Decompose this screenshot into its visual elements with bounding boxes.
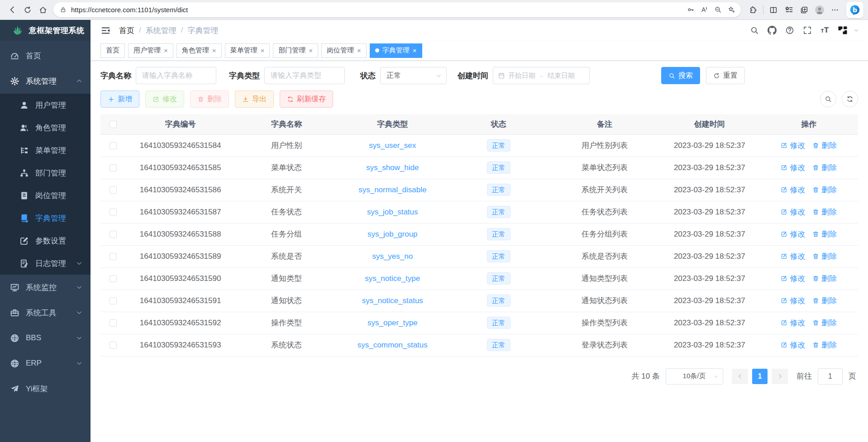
row-delete-link[interactable]: 删除	[812, 185, 837, 195]
edit-button[interactable]: 修改	[145, 90, 184, 108]
sidebar-item-user[interactable]: 用户管理	[0, 94, 91, 116]
search-icon[interactable]	[748, 24, 761, 37]
add-favorite-icon[interactable]	[725, 3, 738, 17]
toggle-search-icon[interactable]	[820, 91, 836, 107]
row-delete-link[interactable]: 删除	[812, 340, 837, 350]
dict-type-link[interactable]: sys_job_group	[367, 230, 418, 238]
row-edit-link[interactable]: 修改	[781, 295, 805, 306]
lock-icon[interactable]	[60, 6, 67, 13]
yi-logo-avatar[interactable]	[836, 24, 849, 37]
tab-首页[interactable]: 首页	[100, 43, 125, 58]
dict-type-link[interactable]: sys_common_status	[358, 341, 428, 349]
page-size-select[interactable]: 10条/页	[666, 368, 723, 385]
help-icon[interactable]	[783, 24, 796, 37]
github-icon[interactable]	[765, 24, 779, 37]
refresh-cache-button[interactable]: 刷新缓存	[280, 90, 333, 108]
dict-type-link[interactable]: sys_normal_disable	[358, 185, 426, 194]
row-delete-link[interactable]: 删除	[812, 295, 837, 306]
dict-type-input[interactable]	[264, 67, 345, 84]
sidebar-item-globe[interactable]: ERP	[0, 351, 91, 376]
dict-type-link[interactable]: sys_user_sex	[369, 141, 416, 150]
export-button[interactable]: 导出	[235, 90, 274, 108]
row-checkbox[interactable]	[110, 209, 117, 216]
row-delete-link[interactable]: 删除	[812, 318, 837, 328]
refresh-table-icon[interactable]	[842, 91, 858, 107]
page-number-current[interactable]: 1	[752, 369, 768, 384]
bing-chat-icon[interactable]: b	[846, 2, 863, 18]
sidebar-item-dashboard[interactable]: 首页	[0, 43, 91, 68]
row-checkbox[interactable]	[110, 142, 117, 149]
tab-close-icon[interactable]: ×	[357, 47, 361, 54]
split-screen-icon[interactable]	[766, 2, 781, 18]
sidebar-item-edit[interactable]: 参数设置	[0, 229, 91, 252]
profile-avatar-icon[interactable]	[812, 2, 827, 18]
read-aloud-icon[interactable]	[697, 3, 711, 17]
row-delete-link[interactable]: 删除	[812, 229, 837, 239]
dict-type-link[interactable]: sys_notice_status	[362, 296, 423, 305]
row-checkbox[interactable]	[110, 275, 117, 282]
breadcrumb-home[interactable]: 首页	[119, 25, 134, 36]
fullscreen-icon[interactable]	[801, 24, 814, 37]
tab-岗位管理[interactable]: 岗位管理×	[321, 43, 367, 58]
more-icon[interactable]	[827, 2, 843, 18]
add-button[interactable]: 新增	[100, 90, 139, 108]
dict-type-link[interactable]: sys_oper_type	[367, 318, 418, 327]
sidebar-item-monitor[interactable]: 系统监控	[0, 275, 91, 300]
tab-字典管理[interactable]: 字典管理×	[370, 43, 422, 58]
sidebar-item-org-tree[interactable]: 部门管理	[0, 162, 91, 184]
prev-page-icon[interactable]	[732, 369, 748, 384]
home-icon[interactable]	[35, 2, 51, 18]
column-header[interactable]: 创建时间	[659, 114, 759, 134]
row-delete-link[interactable]: 删除	[812, 273, 837, 284]
column-header[interactable]: 状态	[448, 114, 550, 134]
tab-close-icon[interactable]: ×	[309, 47, 313, 54]
row-edit-link[interactable]: 修改	[781, 229, 805, 239]
row-edit-link[interactable]: 修改	[781, 162, 805, 173]
caret-down-icon[interactable]	[854, 28, 859, 33]
back-icon[interactable]	[5, 2, 20, 18]
row-edit-link[interactable]: 修改	[781, 140, 805, 151]
font-size-icon[interactable]: TT	[818, 24, 832, 37]
refresh-icon[interactable]	[20, 2, 35, 18]
tab-close-icon[interactable]: ×	[164, 47, 168, 54]
sidebar-item-users[interactable]: 角色管理	[0, 116, 91, 139]
column-header[interactable]: 字典名称	[235, 114, 338, 134]
key-icon[interactable]	[684, 3, 697, 17]
row-checkbox[interactable]	[110, 164, 117, 171]
row-checkbox[interactable]	[110, 186, 117, 194]
row-edit-link[interactable]: 修改	[781, 340, 805, 350]
sidebar-item-dict-book[interactable]: 字典管理	[0, 207, 91, 229]
tab-菜单管理[interactable]: 菜单管理×	[225, 43, 270, 58]
reset-button[interactable]: 重置	[706, 67, 745, 84]
sidebar-item-plane[interactable]: Yi框架	[0, 376, 91, 401]
url-text[interactable]: https://ccnetcore.com:1101/system/dict	[71, 6, 684, 14]
dict-type-link[interactable]: sys_show_hide	[366, 163, 419, 172]
tab-角色管理[interactable]: 角色管理×	[176, 43, 222, 58]
column-header[interactable]: 字典类型	[338, 114, 448, 134]
delete-button[interactable]: 删除	[190, 90, 229, 108]
row-checkbox[interactable]	[110, 342, 117, 349]
url-bar[interactable]: https://ccnetcore.com:1101/system/dict	[53, 2, 741, 17]
row-checkbox[interactable]	[110, 297, 117, 304]
tab-用户管理[interactable]: 用户管理×	[128, 43, 173, 58]
row-delete-link[interactable]: 删除	[812, 251, 837, 261]
tab-部门管理[interactable]: 部门管理×	[273, 43, 318, 58]
tab-close-icon[interactable]: ×	[413, 47, 417, 54]
collections-icon[interactable]	[796, 2, 812, 18]
row-checkbox[interactable]	[110, 253, 117, 260]
column-header[interactable]: 字典编号	[125, 114, 235, 134]
extensions-icon[interactable]	[745, 2, 761, 18]
select-all-checkbox[interactable]	[110, 121, 117, 128]
row-delete-link[interactable]: 删除	[812, 207, 837, 217]
row-edit-link[interactable]: 修改	[781, 185, 805, 195]
sidebar-item-gear[interactable]: 系统管理	[0, 68, 91, 94]
dict-type-link[interactable]: sys_yes_no	[372, 252, 413, 261]
row-delete-link[interactable]: 删除	[812, 140, 837, 151]
column-header[interactable]: 操作	[759, 114, 858, 134]
goto-page-input[interactable]	[818, 368, 843, 385]
sidebar-item-globe[interactable]: BBS	[0, 325, 91, 351]
row-checkbox[interactable]	[110, 319, 117, 327]
tab-close-icon[interactable]: ×	[212, 47, 216, 54]
dict-name-input[interactable]	[136, 67, 216, 84]
favorites-icon[interactable]	[781, 2, 796, 18]
